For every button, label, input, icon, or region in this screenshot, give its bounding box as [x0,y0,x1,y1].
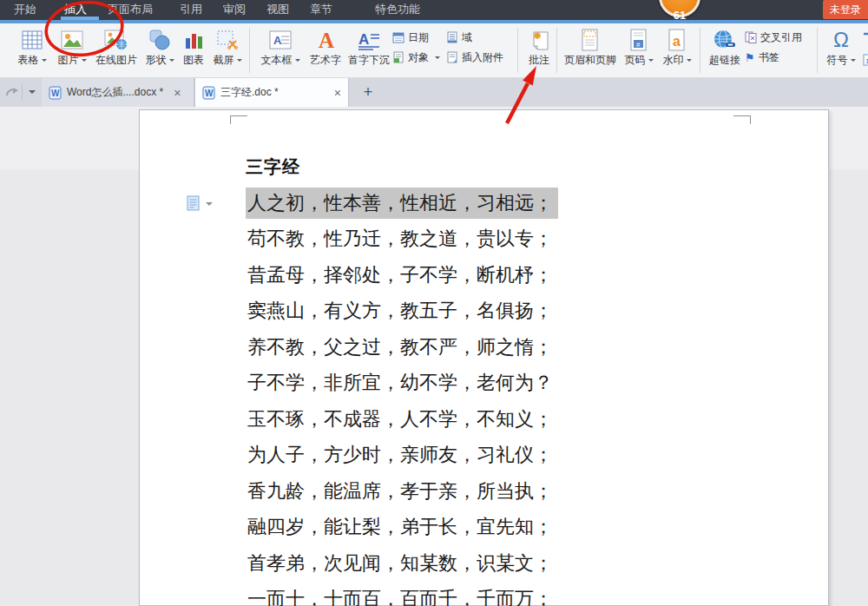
insert-object-button[interactable]: 对象 [392,50,446,64]
dropdown-arrow-icon [42,59,47,64]
screenshot-button[interactable]: 截屏 [208,23,247,76]
insert-wordart-button[interactable]: A 艺术字 [306,23,345,76]
bookmark-flag-icon: ⚑ [745,51,755,64]
header-footer-button[interactable]: 页眉和页脚 [561,23,620,76]
cross-reference-button[interactable]: 交叉引用 [745,30,811,44]
ribbon-separator [700,28,700,73]
toolbar-divider [22,84,23,101]
field-icon [446,31,458,43]
paste-options-button[interactable] [187,195,213,212]
menu-tab-page-layout[interactable]: 页面布局 [108,0,153,20]
ribbon-group-comment: 批注 [523,23,556,78]
margin-mark-left [230,115,247,124]
watermark-icon: a [667,27,687,53]
ribbon-small-column-3: 交叉引用 ⚑ 书签 [745,23,811,64]
doc-line[interactable]: 玉不琢，不成器，人不学，不知义； [246,401,784,438]
page-number-button[interactable]: # 页码 [620,23,658,76]
page-number-icon: # [629,27,648,53]
doc-line[interactable]: 首孝弟，次见闻，知某数，识某文； [246,545,784,582]
dropdown-arrow-icon [206,202,213,209]
textbox-icon: A [268,27,293,53]
menu-tab-special-features[interactable]: 特色功能 [375,0,420,20]
menu-tab-home[interactable]: 开始 [14,0,36,20]
insert-attachment-button[interactable]: 插入附件 [446,50,516,64]
header-footer-icon [581,27,600,53]
ribbon-separator [817,28,818,73]
close-tab-icon[interactable]: × [174,86,181,100]
drop-cap-button[interactable]: A 首字下沉 [345,23,392,76]
insert-shapes-button[interactable]: 形状 [141,23,179,76]
doc-line[interactable]: 一而十，十而百，百而千，千而万； [246,582,784,606]
word-doc-icon: W [202,86,215,100]
svg-text:#: # [636,41,641,49]
insert-chart-button[interactable]: 图表 [179,23,208,76]
doc-line[interactable]: 香九龄，能温席，孝于亲，所当执； [246,473,784,510]
document-tab-2-active[interactable]: W 三字经.doc * × [194,78,349,107]
quick-access-dropdown[interactable] [29,90,36,97]
doc-line[interactable]: 苟不教，性乃迁，教之道，贵以专； [246,221,784,258]
doc-line[interactable]: 为人子，方少时，亲师友，习礼仪； [246,438,784,474]
picture-icon [61,27,83,53]
numbering-partial-icon: 12 [863,54,868,66]
bookmark-button[interactable]: ⚑ 书签 [745,50,811,64]
ribbon-group-symbols: Ω 符号 12 [821,23,868,78]
insert-field-button[interactable]: 域 [446,30,516,44]
close-tab-icon[interactable]: × [334,86,341,100]
ribbon-group-header-page: 页眉和页脚 # 页码 a 水印 [561,23,696,78]
doc-line[interactable]: 窦燕山，有义方，教五子，名俱扬； [246,293,784,330]
document-page[interactable]: 三字经 人之初，性本善，性相近，习相远； 苟不教，性乃迁，教之道，贵以专； 昔孟… [139,109,829,606]
insert-comment-button[interactable]: 批注 [523,23,556,76]
menu-tab-review[interactable]: 审阅 [223,0,246,20]
omega-symbol-icon: Ω [833,28,849,52]
dropdown-arrow-icon [851,59,856,64]
doc-line[interactable]: 融四岁，能让梨，弟于长，宜先知； [246,510,784,546]
comment-icon [527,27,551,53]
menu-tab-section[interactable]: 章节 [310,0,332,20]
pinyin-partial-icon [862,27,868,53]
menu-tab-references[interactable]: 引用 [180,0,202,20]
dropdown-arrow-icon [295,59,300,64]
date-icon [392,31,404,43]
insert-online-picture-button[interactable]: 在线图片 [92,23,141,76]
shapes-icon [148,27,171,53]
menu-bar: 开始 插入 页面布局 引用 审阅 视图 章节 特色功能 61 未登录 [0,0,868,20]
doc-line[interactable]: 养不教，父之过，教不严，师之惰； [246,329,784,366]
menu-tab-view[interactable]: 视图 [266,0,289,20]
insert-picture-button[interactable]: 图片 [52,23,92,76]
partial-clipped-button[interactable]: 12 [861,23,868,76]
margin-mark-right [733,115,751,124]
watermark-button[interactable]: a 水印 [658,23,696,76]
dropdown-arrow-icon [648,59,654,64]
new-tab-button[interactable]: + [358,82,378,102]
doc-line-selected[interactable]: 人之初，性本善，性相近，习相远； [246,185,784,221]
document-heading[interactable]: 三字经 [246,155,300,179]
dropdown-arrow-icon [687,59,692,64]
insert-table-button[interactable]: 表格 [12,23,52,76]
dropdown-arrow-icon [237,59,242,64]
doc-line[interactable]: 昔孟母，择邻处，子不学，断机杼； [246,257,784,293]
screenshot-icon [216,27,239,53]
chart-icon [183,27,204,53]
drop-cap-icon: A [357,27,381,53]
member-level-badge[interactable]: 61 [659,0,700,17]
svg-text:A: A [358,31,369,48]
ribbon-separator [249,28,250,73]
attachment-icon [446,51,458,63]
login-button[interactable]: 未登录 [823,0,868,19]
hyperlink-button[interactable]: 超链接 [705,23,745,76]
doc-line[interactable]: 子不学，非所宜，幼不学，老何为？ [246,366,784,402]
insert-date-button[interactable]: 日期 [392,30,446,44]
dropdown-arrow-icon [435,56,440,62]
svg-text:a: a [673,34,681,49]
table-icon [21,27,43,53]
hyperlink-icon [712,27,738,53]
insert-symbol-button[interactable]: Ω 符号 [821,23,861,76]
insert-textbox-button[interactable]: A 文本框 [255,23,306,76]
document-tab-1[interactable]: W Word怎么插....docx * × [42,78,194,107]
object-icon [392,51,404,63]
redo-button[interactable] [5,85,19,102]
ribbon-group-links: 超链接 交叉引用 ⚑ 书签 [705,23,811,78]
document-body: 人之初，性本善，性相近，习相远； 苟不教，性乃迁，教之道，贵以专； 昔孟母，择邻… [246,185,784,606]
wps-writer-window: 开始 插入 页面布局 引用 审阅 视图 章节 特色功能 61 未登录 表格 [0,0,868,606]
ribbon-small-column-2: 域 插入附件 [446,23,516,64]
